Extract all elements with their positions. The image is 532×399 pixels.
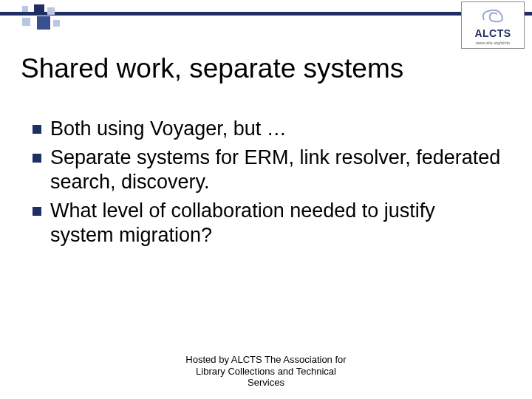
- logo-url: www.ala.org/alcts: [476, 41, 511, 45]
- bullet-text: Both using Voyager, but …: [50, 117, 502, 141]
- decor-square: [22, 18, 30, 26]
- footer-line: Hosted by ALCTS The Association for: [0, 354, 532, 366]
- alcts-logo: ALCTS www.ala.org/alcts: [461, 1, 525, 49]
- bullet-square-icon: [33, 207, 41, 216]
- list-item: Both using Voyager, but …: [33, 117, 502, 141]
- footer-line: Library Collections and Technical: [0, 366, 532, 378]
- header-strip: [0, 0, 532, 34]
- header-rule: [0, 12, 532, 16]
- bullet-text: Separate systems for ERM, link resolver,…: [50, 146, 502, 194]
- logo-acronym: ALCTS: [474, 27, 511, 39]
- decor-square: [34, 4, 44, 15]
- decor-square: [22, 6, 28, 12]
- bullet-text: What level of collaboration needed to ju…: [50, 199, 502, 248]
- slide-footer: Hosted by ALCTS The Association for Libr…: [0, 354, 532, 389]
- slide-title: Shared work, separate systems: [21, 53, 403, 84]
- bullet-square-icon: [33, 125, 41, 134]
- decor-square: [53, 20, 60, 27]
- logo-swirl-icon: [478, 5, 508, 26]
- list-item: Separate systems for ERM, link resolver,…: [33, 146, 502, 194]
- decor-square: [47, 7, 55, 15]
- list-item: What level of collaboration needed to ju…: [33, 199, 502, 248]
- bullet-square-icon: [33, 154, 41, 163]
- bullet-list: Both using Voyager, but … Separate syste…: [33, 117, 502, 252]
- footer-line: Services: [0, 377, 532, 389]
- decor-square: [37, 16, 50, 30]
